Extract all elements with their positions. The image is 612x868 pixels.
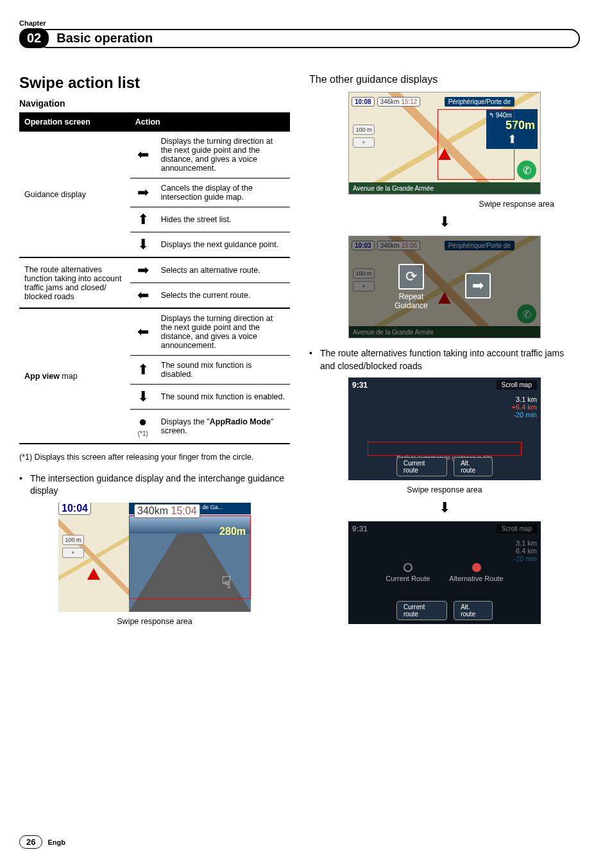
chapter-label: Chapter — [19, 19, 580, 27]
alt-route-button[interactable]: Alt. route — [454, 601, 493, 620]
bullet-intersection: • The intersection guidance display and … — [19, 473, 290, 498]
overlay-layer: ⟳ Repeat Guidance ➡ — [349, 236, 540, 338]
bullet-route-alternatives: • The route alternatives function taking… — [309, 347, 580, 372]
desc-cell: Selects the current route. — [156, 283, 290, 309]
page-number: 26 — [19, 835, 42, 849]
swipe-area-outline — [368, 442, 522, 456]
arrow-right-icon: ➡ — [137, 262, 149, 278]
scale-badge: 100 m — [353, 125, 375, 135]
guidance-screenshot-2: 10:03 346km 15:06 Périphérique/Porte de … — [348, 236, 541, 338]
section-title: Swipe action list — [19, 74, 290, 92]
th-action: Action — [130, 112, 290, 132]
op-route-alternatives: The route alternatives function taking i… — [19, 257, 130, 308]
arrow-up-icon: ⬆ — [137, 211, 149, 227]
desc-cell: The sound mix function is enabled. — [156, 385, 290, 410]
scroll-map-label: Scroll map — [497, 380, 537, 390]
plus-icon: + — [353, 137, 375, 148]
arrow-right-icon: ➡ — [465, 273, 491, 299]
desc-cell: Cancels the display of the intersection … — [156, 178, 290, 207]
time-badge: 9:31 — [352, 381, 368, 390]
current-route-button[interactable]: Current route — [396, 601, 447, 620]
arrow-left-icon: ⬅ — [137, 324, 149, 340]
arrow-up-icon: ⬆ — [137, 361, 149, 378]
vehicle-marker-icon — [87, 568, 100, 580]
chapter-number-pill: 02 — [19, 28, 49, 48]
desc-cell: Displays the turning direction at the ne… — [156, 308, 290, 356]
next-arrow-button[interactable]: ➡ — [452, 273, 504, 301]
route-alt-screenshot-1: 9:31 Scroll map 3.1 km +6.4 km -20 min B… — [348, 378, 541, 480]
route-metrics: 3.1 km +6.4 km -20 min — [512, 395, 537, 419]
right-heading: The other guidance displays — [309, 74, 580, 85]
dist-eta-badge: 340km 15:04 — [134, 504, 200, 518]
chapter-title-bar: Basic operation — [37, 29, 580, 48]
plus-icon: + — [62, 548, 84, 558]
repeat-guidance-icon: ⟳ — [398, 264, 424, 290]
current-route-option[interactable]: Current Route — [386, 563, 430, 582]
destination-badge: Périphérique/Porte de — [445, 97, 514, 107]
desc-cell: Displays the turning direction at the ne… — [156, 132, 290, 178]
op-guidance-display: Guidance display — [19, 132, 130, 257]
guidance-screenshot-1: 10:08 346km 15:12 Périphérique/Porte de … — [348, 92, 541, 195]
phone-icon: ✆ — [517, 161, 536, 180]
op-app-view-map: App view map — [19, 308, 130, 444]
bullet-icon: • — [309, 347, 312, 372]
radio-selected-icon — [472, 563, 481, 572]
desc-cell: Displays the "AppRadio Mode" screen. — [156, 410, 290, 444]
time-badge: 10:08 — [352, 97, 375, 107]
arrow-down-icon: ⬇ — [309, 214, 580, 230]
swipe-table: Operation screen Action Guidance display… — [19, 112, 290, 444]
scale-badge: 100 m — [62, 535, 84, 545]
swipe-area-outline — [438, 109, 514, 180]
route-alt-screenshot-2: 9:31 Scroll map 3.1 km 6.4 km -20 min Cu… — [348, 521, 541, 624]
arrow-down-icon: ⬇ — [137, 236, 149, 252]
swipe-caption: Swipe response area — [309, 200, 580, 209]
junction-guidance-screenshot: 10:04 100 m + Aéroport Charles de Ga... … — [58, 503, 251, 612]
desc-cell: Selects an alternative route. — [156, 257, 290, 283]
time-badge: 10:04 — [58, 503, 91, 515]
page-footer: 26 Engb — [19, 835, 65, 849]
arrow-left-icon: ⬅ — [137, 287, 149, 303]
swipe-area-outline — [129, 516, 251, 599]
hold-circle-icon: ● — [139, 413, 147, 430]
desc-cell: The sound mix function is disabled. — [156, 356, 290, 385]
left-column: Swipe action list Navigation Operation s… — [19, 74, 290, 629]
swipe-caption: Swipe response area — [309, 485, 580, 494]
hold-note: (*1) — [138, 430, 148, 437]
arrow-down-icon: ⬇ — [137, 388, 149, 404]
repeat-guidance-button[interactable]: ⟳ Repeat Guidance — [386, 264, 437, 310]
th-operation: Operation screen — [19, 112, 130, 132]
language-code: Engb — [47, 838, 65, 846]
dist-eta-badge: 346km 15:12 — [377, 97, 421, 107]
bullet-icon: • — [19, 473, 22, 498]
alternative-route-option[interactable]: Alternative Route — [449, 563, 503, 582]
arrow-left-icon: ⬅ — [137, 146, 149, 162]
desc-cell: Hides the street list. — [156, 207, 290, 232]
arrow-down-icon: ⬇ — [309, 499, 580, 516]
current-route-button[interactable]: Current route — [396, 457, 447, 476]
alt-route-button[interactable]: Alt. route — [454, 457, 493, 476]
footnote: (*1) Displays this screen after releasin… — [19, 452, 290, 464]
right-column: The other guidance displays 10:08 346km … — [309, 74, 580, 629]
street-bar: Avenue de la Grande Armée — [349, 182, 540, 194]
swipe-caption: Swipe response area — [19, 617, 290, 626]
desc-cell: Displays the next guidance point. — [156, 232, 290, 258]
arrow-right-icon: ➡ — [137, 184, 149, 200]
chapter-header: 02 Basic operation — [19, 28, 580, 48]
subsection-title: Navigation — [19, 98, 290, 108]
radio-icon — [404, 563, 412, 572]
